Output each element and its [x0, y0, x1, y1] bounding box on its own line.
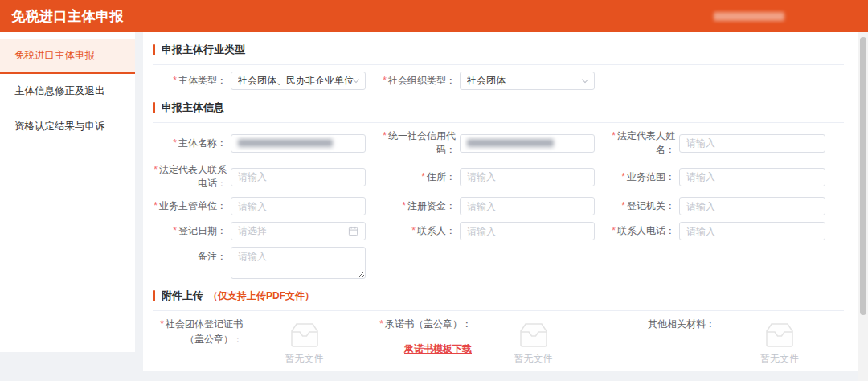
empty-box-icon	[515, 322, 552, 349]
divider	[153, 122, 844, 123]
entity-type-select[interactable]: 社会团体、民办非企业单位	[231, 72, 366, 90]
sidebar-item-duty-free-declare[interactable]: 免税进口主体申报	[0, 39, 135, 74]
registered-capital-input[interactable]	[460, 197, 595, 215]
field-entity-name: 主体名称：	[153, 129, 366, 157]
sidebar: 免税进口主体申报 主体信息修正及退出 资格认定结果与申诉	[0, 32, 135, 352]
field-contact-person: 联系人：	[366, 222, 595, 240]
scrollbar-thumb[interactable]	[860, 37, 866, 315]
section-industry-type-title: 申报主体行业类型	[153, 43, 844, 57]
field-registration-date: 登记日期： 请选择	[153, 222, 366, 240]
redacted-value	[238, 139, 333, 147]
entity-name-input[interactable]	[231, 134, 366, 153]
upload-commitment-letter: 承诺书（盖公章）： 承诺书模板下载 暂无文件 上传文件 删除文件	[366, 315, 595, 371]
vertical-scrollbar[interactable]	[858, 32, 868, 381]
chevron-down-icon	[582, 76, 588, 83]
legal-rep-phone-input[interactable]	[231, 168, 366, 186]
redacted-value	[467, 139, 554, 147]
address-input[interactable]	[460, 168, 595, 186]
commitment-template-download-link[interactable]: 承诺书模板下载	[404, 342, 472, 357]
field-contact-phone: 联系人电话：	[595, 222, 844, 240]
field-address: 住所：	[366, 163, 595, 190]
sidebar-item-modify-exit[interactable]: 主体信息修正及退出	[0, 74, 135, 109]
section-bar-icon	[153, 290, 155, 301]
field-registered-capital: 注册资金：	[366, 197, 595, 215]
empty-box-icon	[286, 322, 323, 349]
social-org-type-select[interactable]: 社会团体	[460, 72, 595, 90]
app-header: 免税进口主体申报	[0, 0, 868, 32]
divider	[153, 310, 844, 311]
chevron-down-icon	[353, 76, 359, 83]
contact-person-input[interactable]	[460, 222, 595, 240]
field-business-scope: 业务范围：	[595, 163, 844, 190]
credit-code-input[interactable]	[460, 134, 595, 153]
account-redacted-badge	[714, 12, 784, 21]
field-social-org-type: 社会组织类型： 社会团体	[366, 72, 595, 90]
calendar-icon	[348, 226, 358, 236]
no-file-text: 暂无文件	[514, 352, 553, 366]
field-credit-code: 统一社会信用代码：	[366, 129, 595, 157]
pdf-only-note: （仅支持上传PDF文件）	[208, 289, 314, 303]
upload-registration-cert: 社会团体登记证书（盖公章）： 暂无文件 上传文件 删除文件	[153, 315, 366, 371]
registration-authority-input[interactable]	[679, 197, 825, 215]
field-legal-rep-name: 法定代表人姓名：	[595, 129, 844, 157]
no-file-text: 暂无文件	[285, 352, 324, 366]
remark-textarea[interactable]	[231, 247, 366, 279]
business-scope-input[interactable]	[679, 168, 825, 186]
upload-other-materials: 其他相关材料： 暂无文件 上传文件 删除文件	[595, 315, 844, 371]
divider	[153, 64, 844, 65]
sidebar-item-result-appeal[interactable]: 资格认定结果与申诉	[0, 109, 135, 145]
contact-phone-input[interactable]	[679, 222, 825, 240]
legal-rep-name-input[interactable]	[679, 134, 825, 153]
registration-date-picker[interactable]: 请选择	[231, 222, 366, 240]
section-entity-info-title: 申报主体信息	[153, 100, 844, 115]
section-attachment-title: 附件上传 （仅支持上传PDF文件）	[153, 289, 844, 303]
field-legal-rep-phone: 法定代表人联系电话：	[153, 163, 366, 190]
main-panel: 申报主体行业类型 主体类型： 社会团体、民办非企业单位 社会组织类型： 社会团体	[143, 32, 858, 371]
field-registration-authority: 登记机关：	[595, 197, 844, 215]
empty-box-icon	[761, 322, 798, 349]
field-remark: 备注：	[153, 247, 366, 279]
field-supervisor-unit: 业务主管单位：	[153, 197, 366, 215]
section-bar-icon	[153, 44, 155, 55]
field-entity-type: 主体类型： 社会团体、民办非企业单位	[153, 72, 366, 90]
section-bar-icon	[153, 102, 155, 113]
supervisor-unit-input[interactable]	[231, 197, 366, 215]
page-title: 免税进口主体申报	[11, 7, 124, 26]
no-file-text: 暂无文件	[760, 352, 799, 366]
